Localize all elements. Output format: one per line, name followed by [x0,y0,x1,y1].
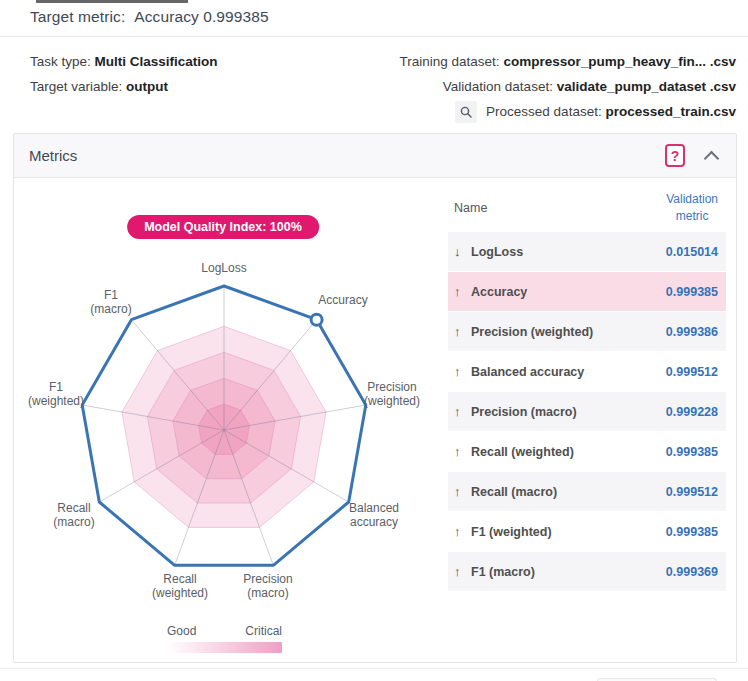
radar-axis-label: accuracy [350,515,398,529]
metric-name: F1 (macro) [471,565,666,579]
target-variable-line: Target variable: output [30,74,218,99]
table-row[interactable]: ↑ Accuracy 0.999385 [448,272,726,311]
search-icon[interactable] [455,101,477,123]
metric-name: Balanced accuracy [471,365,666,379]
direction-arrow-icon: ↑ [454,444,471,459]
direction-arrow-icon: ↑ [454,524,471,539]
legend-critical-label: Critical [245,624,282,638]
metric-value: 0.999228 [666,405,718,419]
target-variable-label: Target variable: [30,79,122,94]
training-dataset-line: Training dataset: compressor_pump_heavy_… [400,49,736,74]
info-right-column: Training dataset: compressor_pump_heavy_… [400,49,736,124]
radar-axis-label: Recall [57,501,90,515]
table-row[interactable]: ↑ Precision (weighted) 0.999386 [448,312,726,351]
radar-axis-label: Precision [243,572,292,586]
target-metric-marker[interactable] [311,314,322,325]
metrics-panel: Metrics ? Model Quality Index: 100% LogL… [13,133,737,663]
task-type-line: Task type: Multi Classification [30,49,218,74]
quality-legend: Good Critical [167,624,282,653]
training-dataset-value: compressor_pump_heavy_fin... .csv [503,49,736,74]
radar-axis-label: (macro) [90,302,131,316]
radar-axis-label: (macro) [53,515,94,529]
metric-name: Precision (weighted) [471,325,666,339]
cropped-content-fragment [36,0,188,3]
validation-header-line2: metric [676,209,709,223]
metrics-table-rows: ↓ LogLoss 0.015014 ↑ Accuracy 0.999385 ↑… [448,232,726,591]
metrics-panel-body: Model Quality Index: 100% LogLossAccurac… [14,178,736,662]
direction-arrow-icon: ↑ [454,484,471,499]
metric-name: LogLoss [471,245,666,259]
validation-dataset-line: Validation dataset: validate_pump_datase… [400,74,736,99]
direction-arrow-icon: ↓ [454,244,471,259]
table-row[interactable]: ↑ F1 (weighted) 0.999385 [448,512,726,551]
page-divider [0,668,748,669]
target-metric-label: Target metric: [30,8,125,25]
direction-arrow-icon: ↑ [454,564,471,579]
model-quality-badge: Model Quality Index: 100% [127,215,319,239]
radar-axis-label: Recall [163,572,196,586]
radar-axis-label: (weighted) [364,394,420,408]
processed-dataset-line: Processed dataset: processed_train.csv [400,99,736,124]
task-type-label: Task type: [30,54,91,69]
table-row[interactable]: ↑ F1 (macro) 0.999369 [448,552,726,591]
table-row[interactable]: ↓ LogLoss 0.015014 [448,232,726,271]
metric-value: 0.999385 [666,445,718,459]
processed-dataset-value: processed_train.csv [605,99,736,124]
legend-good-label: Good [167,624,196,638]
direction-arrow-icon: ↑ [454,404,471,419]
table-row[interactable]: ↑ Recall (macro) 0.999512 [448,472,726,511]
direction-arrow-icon: ↑ [454,364,471,379]
help-button[interactable]: ? [665,144,685,167]
target-variable-value: output [126,79,168,94]
name-column-header: Name [454,201,487,215]
legend-labels: Good Critical [167,624,282,638]
top-bar: Target metric:Accuracy 0.999385 [0,0,748,37]
validation-dataset-value: validate_pump_dataset .csv [557,74,736,99]
metrics-table: Name Validation metric ↓ LogLoss 0.01501… [448,184,726,592]
radar-axis-label: LogLoss [201,261,246,275]
page-title: Target metric:Accuracy 0.999385 [30,8,269,26]
table-row[interactable]: ↑ Recall (weighted) 0.999385 [448,432,726,471]
radar-axis-label: F1 [49,380,63,394]
direction-arrow-icon: ↑ [454,284,471,299]
training-dataset-label: Training dataset: [400,49,500,74]
radar-axis-label: F1 [104,288,118,302]
chevron-up-icon [703,150,719,166]
metric-value: 0.999386 [666,325,718,339]
collapse-button[interactable] [701,146,721,166]
metric-value: 0.999385 [666,525,718,539]
info-left-column: Task type: Multi Classification Target v… [30,49,218,99]
metric-name: F1 (weighted) [471,525,666,539]
processed-dataset-label: Processed dataset: [486,99,602,124]
radar-chart: LogLossAccuracyPrecision(weighted)Balanc… [14,248,454,662]
metrics-table-header: Name Validation metric [448,184,726,232]
direction-arrow-icon: ↑ [454,324,471,339]
validation-metric-column-header: Validation metric [666,191,718,225]
legend-gradient-bar [167,642,282,653]
radar-axis-label: Accuracy [318,293,367,307]
metric-name: Accuracy [471,285,666,299]
radar-axis-label: Balanced [349,501,399,515]
radar-axis-label: (macro) [247,586,288,600]
metric-value: 0.015014 [666,245,718,259]
task-type-value: Multi Classification [95,54,218,69]
metric-value: 0.999385 [666,285,718,299]
radar-axis-label: Precision [367,380,416,394]
table-row[interactable]: ↑ Precision (macro) 0.999228 [448,392,726,431]
validation-dataset-label: Validation dataset: [443,74,553,99]
radar-axis-label: (weighted) [152,586,208,600]
metrics-panel-title: Metrics [29,147,665,164]
table-row[interactable]: ↑ Balanced accuracy 0.999512 [448,352,726,391]
metric-name: Recall (weighted) [471,445,666,459]
metric-value: 0.999512 [666,485,718,499]
radar-axis-label: (weighted) [28,394,84,408]
validation-header-line1: Validation [666,192,718,206]
metric-value: 0.999369 [666,565,718,579]
target-metric-value: Accuracy 0.999385 [134,8,268,25]
metrics-panel-header: Metrics ? [14,134,736,178]
metric-value: 0.999512 [666,365,718,379]
metric-name: Precision (macro) [471,405,666,419]
metric-name: Recall (macro) [471,485,666,499]
